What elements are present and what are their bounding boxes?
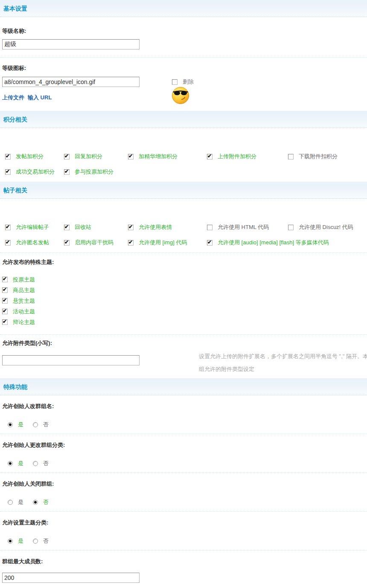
checkbox-digest-points[interactable]: 加精华增加积分 [128, 153, 207, 160]
radio-circle[interactable] [33, 461, 38, 466]
radio-no[interactable]: 否 [33, 460, 49, 467]
checkbox-box[interactable] [2, 319, 8, 325]
radio-no[interactable]: 否 [33, 498, 49, 506]
radio-options: 是否 [2, 498, 367, 504]
radio-yes[interactable]: 是 [8, 460, 23, 467]
checkbox-box[interactable] [128, 225, 134, 230]
field-level-name: 等级名称: [0, 17, 367, 58]
radio-circle[interactable] [8, 461, 13, 466]
checkbox-edit-posts[interactable]: 允许编辑帖子 [5, 223, 64, 231]
radio-circle[interactable] [8, 422, 13, 427]
hint-line-1: 设置允许上传的附件扩展名，多个扩展名之间用半角逗号 "," 隔开。本 [199, 350, 367, 363]
checkbox-box[interactable] [2, 298, 8, 304]
radio-group-label: 允许创始人改群组名: [2, 403, 367, 410]
field-max-members: 群组最大成员数: [0, 550, 367, 583]
section-title-points: 积分相关 [3, 116, 27, 123]
checkbox-activity-topic[interactable]: 活动主题 [2, 306, 367, 317]
level-name-input[interactable] [2, 39, 140, 49]
attach-types-hint: 设置允许上传的附件扩展名，多个扩展名之间用半角逗号 "," 隔开。本 组允许的附… [199, 350, 367, 376]
section-header-posts: 帖子相关 [0, 182, 367, 199]
radio-group-close-group: 允许创始人关闭群组: 是否 [0, 473, 367, 512]
field-attach-types: 允许附件类型(小写): 设置允许上传的附件扩展名，多个扩展名之间用半角逗号 ",… [0, 335, 367, 378]
checkbox-post-points[interactable]: 发帖加积分 [5, 153, 64, 160]
checkbox-trade-points[interactable]: 成功交易加积分 [5, 168, 64, 176]
radio-yes[interactable]: 是 [8, 537, 23, 545]
section-header-special: 特殊功能 [0, 378, 367, 395]
checkbox-smilies[interactable]: 允许使用表情 [128, 223, 207, 231]
attach-types-label: 允许附件类型(小写): [2, 340, 367, 347]
radio-no[interactable]: 否 [33, 537, 49, 545]
checkbox-vote-points[interactable]: 参与投票加积分 [64, 168, 128, 176]
radio-no[interactable]: 否 [33, 421, 49, 429]
radio-circle[interactable] [33, 500, 38, 505]
radio-group-label: 允许创始人关闭群组: [2, 481, 367, 487]
max-members-input[interactable] [2, 573, 140, 583]
checkbox-box[interactable] [5, 240, 11, 246]
level-icon-label: 等级图标: [2, 65, 367, 72]
delete-label: 删除 [183, 78, 194, 86]
checkbox-box[interactable] [2, 287, 8, 293]
checkbox-poll-topic[interactable]: 投票主题 [2, 274, 367, 285]
checkbox-box[interactable] [288, 154, 294, 159]
section-title-basic: 基本设置 [3, 5, 27, 12]
checkbox-goods-topic[interactable]: 商品主题 [2, 285, 367, 295]
section-header-basic: 基本设置 [0, 0, 367, 17]
checkbox-discuz-code[interactable]: 允许使用 Discuz! 代码 [288, 223, 353, 231]
posts-row-2: 允许匿名发帖启用内容干扰码允许使用 [img] 代码允许使用 [audio] [… [5, 239, 367, 248]
cool-smiley-icon [172, 87, 189, 106]
points-row-2: 成功交易加积分参与投票加积分 [5, 168, 367, 177]
level-icon-input[interactable] [2, 77, 140, 87]
checkbox-box[interactable] [172, 79, 178, 85]
radio-group-change-category: 允许创始人更改群组分类: 是否 [0, 434, 367, 473]
checkbox-recycle-bin[interactable]: 回收站 [64, 223, 128, 231]
checkbox-debate-topic[interactable]: 辩论主题 [2, 317, 367, 327]
max-members-label: 群组最大成员数: [2, 558, 367, 565]
checkbox-box[interactable] [2, 277, 8, 282]
checkbox-box[interactable] [207, 240, 213, 246]
upload-file-link[interactable]: 上传文件 [2, 94, 24, 101]
checkbox-box[interactable] [5, 169, 11, 175]
checkbox-box[interactable] [288, 225, 294, 230]
checkbox-box[interactable] [128, 240, 134, 246]
checkbox-box[interactable] [64, 154, 70, 159]
checkbox-box[interactable] [2, 309, 8, 314]
checkbox-content-jammer[interactable]: 启用内容干扰码 [64, 239, 128, 246]
checkbox-box[interactable] [64, 240, 70, 246]
checkbox-reply-points[interactable]: 回复加积分 [64, 153, 128, 160]
checkbox-box[interactable] [207, 225, 213, 230]
checkbox-box[interactable] [5, 154, 11, 159]
posts-checkbox-grid: 允许编辑帖子回收站允许使用表情允许使用 HTML 代码允许使用 Discuz! … [0, 199, 367, 253]
hint-line-2: 组允许的附件类型设定 [199, 363, 367, 376]
level-name-label: 等级名称: [2, 28, 367, 35]
checkbox-anonymous-post[interactable]: 允许匿名发帖 [5, 239, 64, 246]
checkbox-html-code[interactable]: 允许使用 HTML 代码 [207, 223, 288, 231]
radio-yes[interactable]: 是 [8, 421, 23, 429]
checkbox-img-code[interactable]: 允许使用 [img] 代码 [128, 239, 207, 246]
input-url-link[interactable]: 输入 URL [28, 94, 52, 101]
radio-yes[interactable]: 是 [8, 498, 23, 506]
radio-options: 是否 [2, 460, 367, 466]
checkbox-upload-points[interactable]: 上传附件加积分 [207, 153, 288, 160]
special-topics-list: 投票主题 商品主题 悬赏主题 活动主题 辩论主题 [2, 274, 367, 327]
checkbox-box[interactable] [207, 154, 213, 159]
radio-circle[interactable] [8, 539, 13, 544]
radio-circle[interactable] [8, 500, 13, 505]
section-title-special: 特殊功能 [3, 383, 27, 390]
radio-group-label: 允许创始人更改群组分类: [2, 442, 367, 449]
points-checkbox-grid: 发帖加积分回复加积分加精华增加积分上传附件加积分下载附件扣积分 成功交易加积分参… [0, 128, 367, 182]
checkbox-download-points[interactable]: 下载附件扣积分 [288, 153, 338, 160]
delete-icon-checkbox[interactable]: 删除 [172, 78, 194, 86]
checkbox-box[interactable] [64, 225, 70, 230]
radio-circle[interactable] [33, 422, 38, 427]
radio-circle[interactable] [33, 539, 38, 544]
points-row-1: 发帖加积分回复加积分加精华增加积分上传附件加积分下载附件扣积分 [5, 153, 367, 162]
checkbox-box[interactable] [5, 225, 11, 230]
posts-row-1: 允许编辑帖子回收站允许使用表情允许使用 HTML 代码允许使用 Discuz! … [5, 223, 367, 233]
group-level-settings-page: 基本设置 等级名称: 等级图标: 上传文件输入 URL 删除 [0, 0, 367, 588]
checkbox-reward-topic[interactable]: 悬赏主题 [2, 295, 367, 306]
checkbox-box[interactable] [64, 169, 70, 175]
attach-types-input[interactable] [2, 355, 140, 365]
checkbox-media-code[interactable]: 允许使用 [audio] [media] [flash] 等多媒体代码 [207, 239, 288, 246]
checkbox-box[interactable] [128, 154, 134, 159]
radio-group-label: 允许设置主题分类: [2, 519, 367, 526]
